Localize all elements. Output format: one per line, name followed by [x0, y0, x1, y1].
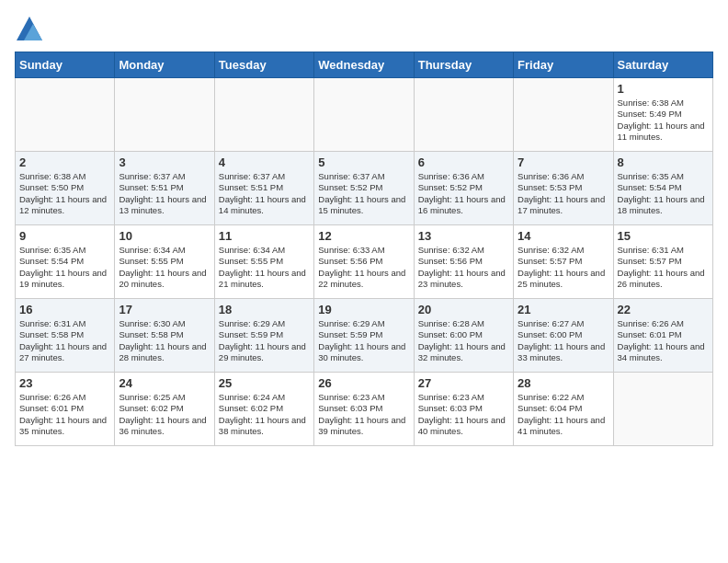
day-number: 3	[119, 155, 210, 169]
day-number: 8	[618, 155, 709, 169]
header	[15, 15, 713, 44]
day-info: Sunrise: 6:38 AM Sunset: 5:50 PM Dayligh…	[19, 171, 110, 216]
day-number: 4	[219, 155, 310, 169]
calendar-day-cell	[115, 78, 214, 152]
day-number: 26	[318, 376, 409, 390]
day-info: Sunrise: 6:30 AM Sunset: 5:58 PM Dayligh…	[119, 318, 210, 363]
day-info: Sunrise: 6:29 AM Sunset: 5:59 PM Dayligh…	[219, 318, 310, 363]
weekday-header: Thursday	[414, 52, 513, 78]
day-number: 23	[19, 376, 110, 390]
day-info: Sunrise: 6:33 AM Sunset: 5:56 PM Dayligh…	[318, 245, 409, 290]
weekday-header: Sunday	[16, 52, 115, 78]
day-info: Sunrise: 6:38 AM Sunset: 5:49 PM Dayligh…	[618, 98, 709, 143]
calendar-day-cell: 28Sunrise: 6:22 AM Sunset: 6:04 PM Dayli…	[514, 373, 613, 446]
logo	[15, 15, 48, 44]
calendar-day-cell: 11Sunrise: 6:34 AM Sunset: 5:55 PM Dayli…	[214, 225, 313, 299]
day-info: Sunrise: 6:37 AM Sunset: 5:52 PM Dayligh…	[318, 171, 409, 216]
calendar-day-cell: 15Sunrise: 6:31 AM Sunset: 5:57 PM Dayli…	[613, 225, 712, 299]
day-info: Sunrise: 6:31 AM Sunset: 5:57 PM Dayligh…	[618, 245, 709, 290]
calendar-day-cell: 2Sunrise: 6:38 AM Sunset: 5:50 PM Daylig…	[16, 152, 115, 225]
calendar-day-cell: 1Sunrise: 6:38 AM Sunset: 5:49 PM Daylig…	[613, 78, 712, 152]
day-info: Sunrise: 6:26 AM Sunset: 6:01 PM Dayligh…	[618, 318, 709, 363]
day-info: Sunrise: 6:34 AM Sunset: 5:55 PM Dayligh…	[119, 245, 210, 290]
calendar-day-cell	[16, 78, 115, 152]
calendar-day-cell: 23Sunrise: 6:26 AM Sunset: 6:01 PM Dayli…	[16, 373, 115, 446]
calendar-day-cell: 18Sunrise: 6:29 AM Sunset: 5:59 PM Dayli…	[214, 299, 313, 373]
day-info: Sunrise: 6:27 AM Sunset: 6:00 PM Dayligh…	[518, 318, 609, 363]
day-info: Sunrise: 6:32 AM Sunset: 5:57 PM Dayligh…	[518, 245, 609, 290]
calendar-day-cell: 17Sunrise: 6:30 AM Sunset: 5:58 PM Dayli…	[115, 299, 214, 373]
calendar-day-cell: 3Sunrise: 6:37 AM Sunset: 5:51 PM Daylig…	[115, 152, 214, 225]
calendar-day-cell	[314, 78, 414, 152]
day-number: 24	[119, 376, 210, 390]
calendar-week-row: 16Sunrise: 6:31 AM Sunset: 5:58 PM Dayli…	[16, 299, 713, 373]
calendar-day-cell: 10Sunrise: 6:34 AM Sunset: 5:55 PM Dayli…	[115, 225, 214, 299]
day-number: 15	[618, 229, 709, 243]
day-number: 14	[518, 229, 609, 243]
calendar-day-cell: 12Sunrise: 6:33 AM Sunset: 5:56 PM Dayli…	[314, 225, 414, 299]
day-number: 18	[219, 303, 310, 316]
day-number: 28	[518, 376, 609, 390]
calendar-day-cell	[514, 78, 613, 152]
day-info: Sunrise: 6:31 AM Sunset: 5:58 PM Dayligh…	[19, 318, 110, 363]
day-info: Sunrise: 6:23 AM Sunset: 6:03 PM Dayligh…	[418, 392, 509, 437]
calendar-day-cell: 5Sunrise: 6:37 AM Sunset: 5:52 PM Daylig…	[314, 152, 414, 225]
day-info: Sunrise: 6:36 AM Sunset: 5:53 PM Dayligh…	[518, 171, 609, 216]
day-info: Sunrise: 6:35 AM Sunset: 5:54 PM Dayligh…	[19, 245, 110, 290]
day-number: 12	[318, 229, 409, 243]
day-number: 7	[518, 155, 609, 169]
day-info: Sunrise: 6:37 AM Sunset: 5:51 PM Dayligh…	[119, 171, 210, 216]
day-info: Sunrise: 6:24 AM Sunset: 6:02 PM Dayligh…	[219, 392, 310, 437]
day-number: 11	[219, 229, 310, 243]
day-number: 1	[618, 82, 709, 96]
weekday-header-row: SundayMondayTuesdayWednesdayThursdayFrid…	[16, 52, 713, 78]
calendar-day-cell: 27Sunrise: 6:23 AM Sunset: 6:03 PM Dayli…	[414, 373, 513, 446]
calendar-week-row: 1Sunrise: 6:38 AM Sunset: 5:49 PM Daylig…	[16, 78, 713, 152]
calendar-week-row: 9Sunrise: 6:35 AM Sunset: 5:54 PM Daylig…	[16, 225, 713, 299]
day-info: Sunrise: 6:36 AM Sunset: 5:52 PM Dayligh…	[418, 171, 509, 216]
calendar-day-cell	[214, 78, 313, 152]
day-info: Sunrise: 6:37 AM Sunset: 5:51 PM Dayligh…	[219, 171, 310, 216]
weekday-header: Wednesday	[314, 52, 414, 78]
day-number: 6	[418, 155, 509, 169]
day-info: Sunrise: 6:22 AM Sunset: 6:04 PM Dayligh…	[518, 392, 609, 437]
weekday-header: Tuesday	[214, 52, 313, 78]
calendar-day-cell: 14Sunrise: 6:32 AM Sunset: 5:57 PM Dayli…	[514, 225, 613, 299]
day-number: 21	[518, 303, 609, 316]
calendar-day-cell: 20Sunrise: 6:28 AM Sunset: 6:00 PM Dayli…	[414, 299, 513, 373]
day-info: Sunrise: 6:26 AM Sunset: 6:01 PM Dayligh…	[19, 392, 110, 437]
calendar-week-row: 2Sunrise: 6:38 AM Sunset: 5:50 PM Daylig…	[16, 152, 713, 225]
calendar-day-cell: 26Sunrise: 6:23 AM Sunset: 6:03 PM Dayli…	[314, 373, 414, 446]
day-number: 9	[19, 229, 110, 243]
day-number: 16	[19, 303, 110, 316]
calendar-day-cell: 8Sunrise: 6:35 AM Sunset: 5:54 PM Daylig…	[613, 152, 712, 225]
calendar-day-cell: 19Sunrise: 6:29 AM Sunset: 5:59 PM Dayli…	[314, 299, 414, 373]
calendar-week-row: 23Sunrise: 6:26 AM Sunset: 6:01 PM Dayli…	[16, 373, 713, 446]
calendar-day-cell	[414, 78, 513, 152]
day-number: 5	[318, 155, 409, 169]
weekday-header: Friday	[514, 52, 613, 78]
calendar-day-cell: 4Sunrise: 6:37 AM Sunset: 5:51 PM Daylig…	[214, 152, 313, 225]
day-number: 17	[119, 303, 210, 316]
day-info: Sunrise: 6:32 AM Sunset: 5:56 PM Dayligh…	[418, 245, 509, 290]
day-number: 13	[418, 229, 509, 243]
calendar-day-cell: 16Sunrise: 6:31 AM Sunset: 5:58 PM Dayli…	[16, 299, 115, 373]
day-number: 22	[618, 303, 709, 316]
calendar-day-cell: 24Sunrise: 6:25 AM Sunset: 6:02 PM Dayli…	[115, 373, 214, 446]
weekday-header: Saturday	[613, 52, 712, 78]
calendar-table: SundayMondayTuesdayWednesdayThursdayFrid…	[15, 52, 713, 446]
day-info: Sunrise: 6:25 AM Sunset: 6:02 PM Dayligh…	[119, 392, 210, 437]
weekday-header: Monday	[115, 52, 214, 78]
calendar-day-cell: 9Sunrise: 6:35 AM Sunset: 5:54 PM Daylig…	[16, 225, 115, 299]
day-info: Sunrise: 6:23 AM Sunset: 6:03 PM Dayligh…	[318, 392, 409, 437]
day-number: 27	[418, 376, 509, 390]
day-info: Sunrise: 6:35 AM Sunset: 5:54 PM Dayligh…	[618, 171, 709, 216]
day-number: 20	[418, 303, 509, 316]
day-number: 10	[119, 229, 210, 243]
calendar-day-cell: 7Sunrise: 6:36 AM Sunset: 5:53 PM Daylig…	[514, 152, 613, 225]
day-number: 2	[19, 155, 110, 169]
calendar-day-cell: 25Sunrise: 6:24 AM Sunset: 6:02 PM Dayli…	[214, 373, 313, 446]
logo-icon	[15, 15, 44, 44]
day-number: 25	[219, 376, 310, 390]
calendar-day-cell: 6Sunrise: 6:36 AM Sunset: 5:52 PM Daylig…	[414, 152, 513, 225]
